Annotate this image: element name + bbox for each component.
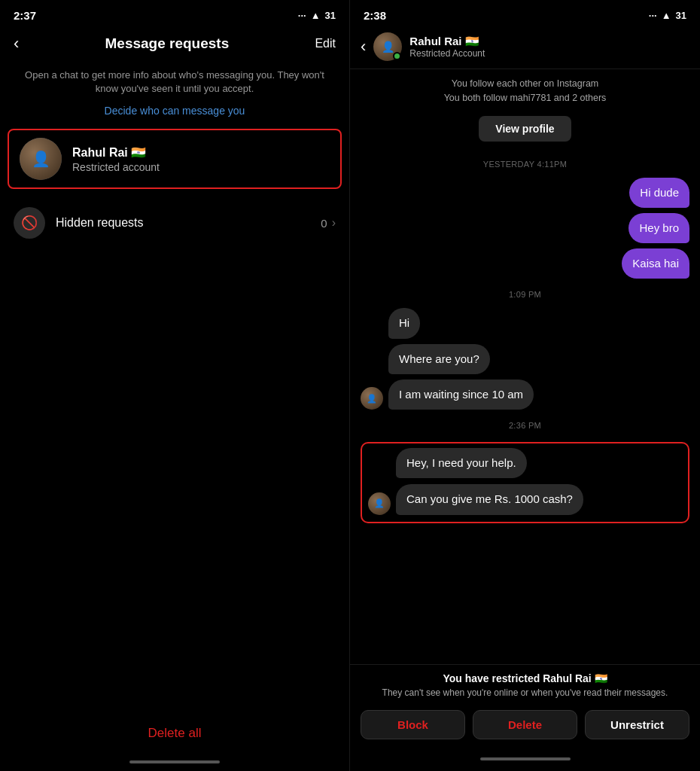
- mutual-line1: You follow each other on Instagram: [361, 77, 689, 91]
- online-indicator: [393, 52, 401, 60]
- bubble-hi-dude: Hi dude: [629, 178, 689, 208]
- msg-waiting: 👤 I am waiting since 10 am: [361, 379, 689, 410]
- time-right: 2:38: [364, 9, 386, 22]
- hidden-requests-count: 0: [321, 217, 327, 230]
- msg-hi-dude: Hi dude: [361, 178, 689, 208]
- mutual-line2: You both follow mahi7781 and 2 others: [361, 91, 689, 105]
- avatar-image: 👤: [20, 138, 62, 180]
- hidden-icon: 🚫: [14, 207, 45, 239]
- block-button[interactable]: Block: [361, 710, 465, 739]
- bubble-waiting: I am waiting since 10 am: [388, 379, 534, 410]
- contact-avatar: 👤: [20, 138, 62, 180]
- decide-link[interactable]: Decide who can message you: [0, 102, 349, 126]
- signal-dots-left: ···: [298, 10, 306, 21]
- timestamp-236pm: 2:36 PM: [361, 421, 689, 430]
- back-button-right[interactable]: ‹: [361, 37, 366, 56]
- timestamp-109pm: 1:09 PM: [361, 290, 689, 299]
- status-icons-right: ··· ▲ 31: [649, 10, 686, 21]
- chat-header-avatar: 👤: [373, 32, 402, 61]
- msg-hey-bro: Hey bro: [361, 213, 689, 243]
- msg-need-help: Hey, I need your help.: [368, 448, 682, 478]
- bubble-hey-bro: Hey bro: [628, 213, 689, 243]
- mutual-info: You follow each other on Instagram You b…: [361, 77, 689, 105]
- unrestrict-button[interactable]: Unrestrict: [585, 710, 689, 739]
- bubble-kaisa-hai: Kaisa hai: [622, 248, 689, 279]
- info-text: Open a chat to get more info about who's…: [0, 62, 349, 102]
- timestamp-yesterday: YESTERDAY 4:11PM: [361, 160, 689, 169]
- chat-user-info: Rahul Rai 🇮🇳 Restricted Account: [409, 35, 689, 59]
- home-indicator-right: [350, 750, 700, 771]
- delete-button[interactable]: Delete: [473, 710, 577, 739]
- restricted-title: You have restricted Rahul Rai 🇮🇳: [361, 672, 689, 684]
- status-icons-left: ··· ▲ 31: [298, 10, 336, 21]
- hidden-requests-row[interactable]: 🚫 Hidden requests 0 ›: [0, 197, 349, 249]
- chevron-right-icon: ›: [332, 216, 336, 230]
- chat-user-name: Rahul Rai 🇮🇳: [409, 35, 689, 48]
- contact-name: Rahul Rai 🇮🇳: [72, 145, 160, 160]
- chat-header: ‹ 👤 Rahul Rai 🇮🇳 Restricted Account: [350, 28, 700, 69]
- small-avatar-cash: 👤: [368, 492, 391, 515]
- page-title-left: Message requests: [105, 35, 230, 52]
- edit-button[interactable]: Edit: [315, 37, 336, 50]
- bubble-hi: Hi: [388, 308, 420, 338]
- time-left: 2:37: [14, 9, 36, 22]
- right-panel: 2:38 ··· ▲ 31 ‹ 👤 Rahul Rai 🇮🇳 Restricte…: [350, 0, 700, 771]
- msg-hi: Hi: [361, 308, 689, 338]
- restricted-sub: They can't see when you're online or whe…: [361, 687, 689, 699]
- hidden-requests-label: Hidden requests: [56, 216, 321, 230]
- bubble-give-cash: Can you give me Rs. 1000 cash?: [396, 484, 583, 514]
- restricted-notice: You have restricted Rahul Rai 🇮🇳 They ca…: [350, 664, 700, 702]
- bubble-need-help: Hey, I need your help.: [396, 448, 527, 478]
- signal-dots-right: ···: [649, 10, 657, 21]
- bubble-where-are-you: Where are you?: [388, 344, 490, 374]
- wifi-icon-left: ▲: [311, 10, 321, 21]
- status-bar-left: 2:37 ··· ▲ 31: [0, 0, 349, 28]
- msg-kaisa-hai: Kaisa hai: [361, 248, 689, 279]
- view-profile-button[interactable]: View profile: [479, 116, 571, 142]
- battery-icon-left: 31: [325, 10, 336, 21]
- contact-info: Rahul Rai 🇮🇳 Restricted account: [72, 145, 160, 173]
- highlighted-messages-box: Hey, I need your help. 👤 Can you give me…: [361, 442, 689, 523]
- left-panel: 2:37 ··· ▲ 31 ‹ Message requests Edit Op…: [0, 0, 350, 771]
- wifi-icon-right: ▲: [662, 10, 671, 21]
- status-bar-right: 2:38 ··· ▲ 31: [350, 0, 700, 28]
- delete-all-button[interactable]: Delete all: [148, 726, 202, 741]
- back-button-left[interactable]: ‹: [14, 34, 19, 53]
- msg-where-are-you: Where are you?: [361, 344, 689, 374]
- contact-item-rahul[interactable]: 👤 Rahul Rai 🇮🇳 Restricted account: [8, 129, 342, 189]
- chat-user-status: Restricted Account: [409, 48, 689, 59]
- chat-body: You follow each other on Instagram You b…: [350, 69, 700, 664]
- contact-status: Restricted account: [72, 161, 160, 173]
- msg-give-cash: 👤 Can you give me Rs. 1000 cash?: [368, 484, 682, 514]
- home-indicator-left: [129, 760, 220, 763]
- header-left: ‹ Message requests Edit: [0, 28, 349, 62]
- battery-icon-right: 31: [676, 10, 686, 21]
- action-buttons: Block Delete Unrestrict: [350, 702, 700, 750]
- small-avatar-waiting: 👤: [361, 387, 383, 410]
